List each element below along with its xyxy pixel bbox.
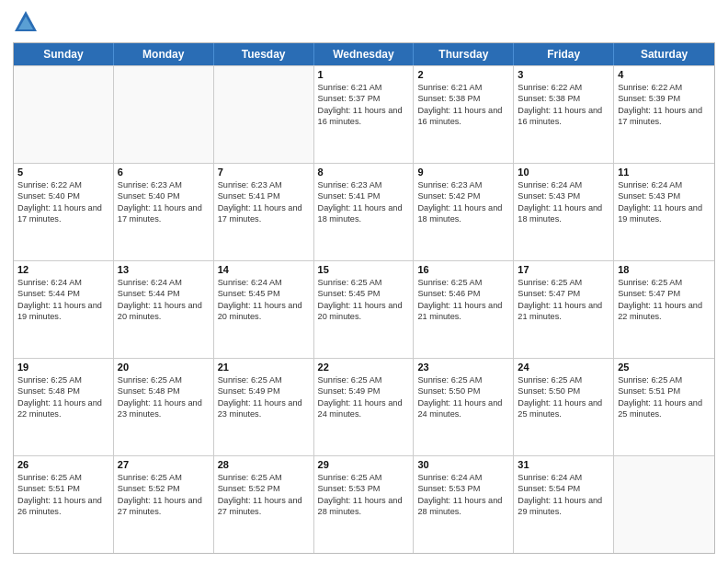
day-number: 23 — [417, 362, 509, 373]
logo-area — [13, 9, 40, 35]
day-number: 9 — [417, 167, 509, 178]
day-info: Sunrise: 6:23 AMSunset: 5:42 PMDaylight:… — [417, 179, 509, 225]
calendar-cell: 10 Sunrise: 6:24 AMSunset: 5:43 PMDaylig… — [514, 164, 614, 260]
calendar-header: SundayMondayTuesdayWednesdayThursdayFrid… — [14, 43, 714, 65]
header — [13, 9, 715, 35]
calendar-cell: 26 Sunrise: 6:25 AMSunset: 5:51 PMDaylig… — [14, 456, 114, 553]
calendar-cell — [214, 66, 314, 163]
day-info: Sunrise: 6:23 AMSunset: 5:41 PMDaylight:… — [318, 179, 410, 225]
day-number: 19 — [17, 362, 109, 373]
day-number: 22 — [318, 362, 410, 373]
calendar-cell: 9 Sunrise: 6:23 AMSunset: 5:42 PMDayligh… — [414, 164, 514, 260]
calendar-row: 19 Sunrise: 6:25 AMSunset: 5:48 PMDaylig… — [14, 358, 714, 455]
day-number: 25 — [618, 362, 711, 373]
calendar-cell: 16 Sunrise: 6:25 AMSunset: 5:46 PMDaylig… — [414, 261, 514, 358]
day-info: Sunrise: 6:25 AMSunset: 5:52 PMDaylight:… — [218, 472, 310, 518]
day-number: 18 — [618, 264, 711, 275]
calendar-cell: 20 Sunrise: 6:25 AMSunset: 5:48 PMDaylig… — [114, 359, 214, 455]
day-info: Sunrise: 6:25 AMSunset: 5:51 PMDaylight:… — [618, 374, 711, 420]
calendar-cell: 6 Sunrise: 6:23 AMSunset: 5:40 PMDayligh… — [114, 164, 214, 260]
calendar-row: 26 Sunrise: 6:25 AMSunset: 5:51 PMDaylig… — [14, 455, 714, 553]
calendar-cell: 3 Sunrise: 6:22 AMSunset: 5:38 PMDayligh… — [514, 66, 614, 163]
day-info: Sunrise: 6:25 AMSunset: 5:51 PMDaylight:… — [17, 472, 109, 518]
day-number: 1 — [318, 69, 410, 80]
day-info: Sunrise: 6:22 AMSunset: 5:38 PMDaylight:… — [518, 82, 609, 128]
calendar-row: 5 Sunrise: 6:22 AMSunset: 5:40 PMDayligh… — [14, 163, 714, 260]
calendar-cell — [14, 66, 114, 163]
calendar-cell — [614, 456, 714, 553]
calendar-cell: 31 Sunrise: 6:24 AMSunset: 5:54 PMDaylig… — [514, 456, 614, 553]
day-number: 27 — [118, 459, 210, 470]
day-info: Sunrise: 6:25 AMSunset: 5:52 PMDaylight:… — [118, 472, 210, 518]
day-info: Sunrise: 6:22 AMSunset: 5:40 PMDaylight:… — [17, 179, 109, 225]
day-number: 11 — [618, 167, 711, 178]
calendar-cell: 1 Sunrise: 6:21 AMSunset: 5:37 PMDayligh… — [314, 66, 415, 163]
calendar-row: 1 Sunrise: 6:21 AMSunset: 5:37 PMDayligh… — [14, 65, 714, 163]
calendar-cell: 28 Sunrise: 6:25 AMSunset: 5:52 PMDaylig… — [214, 456, 314, 553]
day-number: 8 — [318, 167, 410, 178]
day-number: 31 — [518, 459, 609, 470]
day-number: 20 — [118, 362, 210, 373]
day-info: Sunrise: 6:25 AMSunset: 5:48 PMDaylight:… — [17, 374, 109, 420]
day-number: 14 — [218, 264, 310, 275]
calendar-cell: 2 Sunrise: 6:21 AMSunset: 5:38 PMDayligh… — [414, 66, 514, 163]
day-of-week-header: Friday — [514, 43, 614, 65]
calendar-cell: 18 Sunrise: 6:25 AMSunset: 5:47 PMDaylig… — [614, 261, 714, 358]
page: SundayMondayTuesdayWednesdayThursdayFrid… — [0, 0, 728, 563]
day-number: 3 — [518, 69, 609, 80]
day-number: 5 — [17, 167, 109, 178]
day-info: Sunrise: 6:25 AMSunset: 5:49 PMDaylight:… — [318, 374, 410, 420]
day-number: 28 — [218, 459, 310, 470]
day-number: 6 — [118, 167, 210, 178]
calendar-cell: 8 Sunrise: 6:23 AMSunset: 5:41 PMDayligh… — [314, 164, 415, 260]
calendar-cell: 5 Sunrise: 6:22 AMSunset: 5:40 PMDayligh… — [14, 164, 114, 260]
day-info: Sunrise: 6:25 AMSunset: 5:49 PMDaylight:… — [218, 374, 310, 420]
day-info: Sunrise: 6:25 AMSunset: 5:45 PMDaylight:… — [318, 277, 410, 323]
day-number: 30 — [417, 459, 509, 470]
day-of-week-header: Monday — [114, 43, 214, 65]
day-info: Sunrise: 6:25 AMSunset: 5:50 PMDaylight:… — [518, 374, 609, 420]
day-number: 10 — [518, 167, 609, 178]
day-info: Sunrise: 6:24 AMSunset: 5:43 PMDaylight:… — [618, 179, 711, 225]
day-info: Sunrise: 6:21 AMSunset: 5:37 PMDaylight:… — [318, 82, 410, 128]
day-info: Sunrise: 6:25 AMSunset: 5:46 PMDaylight:… — [417, 277, 509, 323]
day-number: 2 — [417, 69, 509, 80]
day-of-week-header: Wednesday — [314, 43, 415, 65]
day-number: 21 — [218, 362, 310, 373]
day-info: Sunrise: 6:24 AMSunset: 5:53 PMDaylight:… — [417, 472, 509, 518]
day-number: 12 — [17, 264, 109, 275]
calendar-cell: 15 Sunrise: 6:25 AMSunset: 5:45 PMDaylig… — [314, 261, 415, 358]
calendar-cell: 25 Sunrise: 6:25 AMSunset: 5:51 PMDaylig… — [614, 359, 714, 455]
day-info: Sunrise: 6:25 AMSunset: 5:47 PMDaylight:… — [518, 277, 609, 323]
day-info: Sunrise: 6:24 AMSunset: 5:44 PMDaylight:… — [118, 277, 210, 323]
day-number: 26 — [17, 459, 109, 470]
day-number: 17 — [518, 264, 609, 275]
calendar-cell: 13 Sunrise: 6:24 AMSunset: 5:44 PMDaylig… — [114, 261, 214, 358]
day-of-week-header: Sunday — [14, 43, 114, 65]
day-of-week-header: Thursday — [414, 43, 514, 65]
day-number: 29 — [318, 459, 410, 470]
day-info: Sunrise: 6:25 AMSunset: 5:50 PMDaylight:… — [417, 374, 509, 420]
calendar-cell: 11 Sunrise: 6:24 AMSunset: 5:43 PMDaylig… — [614, 164, 714, 260]
day-info: Sunrise: 6:24 AMSunset: 5:44 PMDaylight:… — [17, 277, 109, 323]
day-number: 4 — [618, 69, 711, 80]
day-info: Sunrise: 6:24 AMSunset: 5:43 PMDaylight:… — [518, 179, 609, 225]
calendar-cell: 4 Sunrise: 6:22 AMSunset: 5:39 PMDayligh… — [614, 66, 714, 163]
calendar-cell — [114, 66, 214, 163]
calendar-cell: 21 Sunrise: 6:25 AMSunset: 5:49 PMDaylig… — [214, 359, 314, 455]
logo-icon — [13, 9, 39, 35]
day-number: 16 — [417, 264, 509, 275]
calendar-cell: 12 Sunrise: 6:24 AMSunset: 5:44 PMDaylig… — [14, 261, 114, 358]
calendar-cell: 27 Sunrise: 6:25 AMSunset: 5:52 PMDaylig… — [114, 456, 214, 553]
calendar: SundayMondayTuesdayWednesdayThursdayFrid… — [13, 42, 715, 554]
day-info: Sunrise: 6:25 AMSunset: 5:48 PMDaylight:… — [118, 374, 210, 420]
day-number: 13 — [118, 264, 210, 275]
calendar-cell: 23 Sunrise: 6:25 AMSunset: 5:50 PMDaylig… — [414, 359, 514, 455]
day-info: Sunrise: 6:24 AMSunset: 5:54 PMDaylight:… — [518, 472, 609, 518]
day-info: Sunrise: 6:21 AMSunset: 5:38 PMDaylight:… — [417, 82, 509, 128]
day-number: 7 — [218, 167, 310, 178]
calendar-cell: 29 Sunrise: 6:25 AMSunset: 5:53 PMDaylig… — [314, 456, 415, 553]
calendar-row: 12 Sunrise: 6:24 AMSunset: 5:44 PMDaylig… — [14, 260, 714, 358]
calendar-cell: 14 Sunrise: 6:24 AMSunset: 5:45 PMDaylig… — [214, 261, 314, 358]
calendar-cell: 7 Sunrise: 6:23 AMSunset: 5:41 PMDayligh… — [214, 164, 314, 260]
